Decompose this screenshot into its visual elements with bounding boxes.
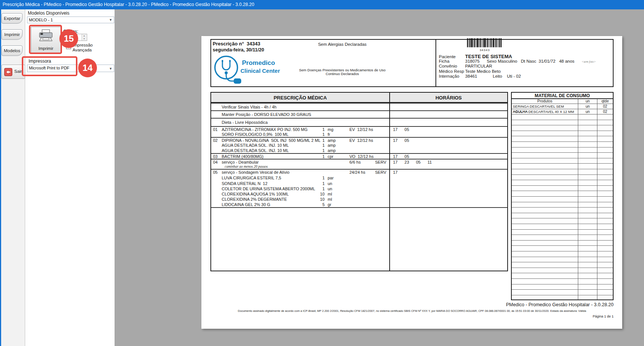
modelos-disponiveis-label: Modelos Disponíveis <box>28 11 70 16</box>
patient-field-value: PARTICULAR <box>465 64 492 68</box>
window-title: Prescrição Médica - PMedico - Promedico … <box>3 2 254 7</box>
prescription-row: 02 DIPIRONA - NOVALGINA SOL INJ 500 MG/M… <box>211 137 507 143</box>
prescription-row: LIDOCAINA GEL 2% 30 G 5 gr <box>211 202 507 207</box>
material-qtde: 02 <box>597 104 613 109</box>
rx-item-unit: par <box>328 176 334 180</box>
prescription-rows: Verificar Sinais Vitais - 4h / 4h Manter… <box>211 103 507 267</box>
prescription-row: 01 AZITROMICINA - ZITROMAX PO INJ. 500 M… <box>211 126 507 132</box>
material-rows: SERINGA DESCARTAVEL SEM AGULHA un 02 AGU… <box>512 104 613 114</box>
rx-item-text: Verificar Sinais Vitais - 4h / 4h <box>222 105 277 109</box>
header-divider <box>435 39 436 87</box>
patient-field-label: Ficha <box>439 59 465 63</box>
rx-item-text: SORO FISIOLOGICO 0,9% 100 ML <box>222 132 289 137</box>
title-bar: Prescrição Médica - PMedico - Promedico … <box>0 0 644 9</box>
material-col-un: un <box>578 99 597 104</box>
rx-item-route: 6/6 hs <box>349 160 361 164</box>
rx-item-text: AZITROMICINA - ZITROMAX PO INJ. 500 MG <box>222 127 308 132</box>
material-table-header: Produtos un qtde <box>512 99 613 104</box>
prescription-row: 04 serviço - Deambular 6/6 hs SERV 17 23… <box>211 159 507 164</box>
preexisting-conditions-note: Sem Doenças Preexistentes ou Medicamento… <box>295 68 389 76</box>
rx-item-number: 05 <box>213 170 218 175</box>
rx-item-unit: un <box>328 187 332 191</box>
rx-item-text: AGUA DESTILADA SOL. INJ. 10 ML <box>222 148 289 153</box>
rx-item-hours: 17 05 <box>393 127 409 132</box>
patient-field-value: Teste Medico Beto <box>465 69 501 74</box>
material-qtde: 02 <box>597 109 613 114</box>
rx-item-qty: 1 <box>316 148 325 153</box>
chevron-down-icon: ▼ <box>109 67 112 71</box>
prescription-row: 03 BACTRIM (400/80MG) 1 cpr VO 12/12 hs … <box>211 153 507 159</box>
patient-info: PacienteTESTE DE SISTEMA Ficha318075 Sex… <box>439 54 597 79</box>
rx-item-text: serviço - Deambular <box>222 160 259 164</box>
rx-item-unit: ml <box>328 192 332 196</box>
patient-field-label: Médico Resp <box>439 69 465 74</box>
copies-stepper[interactable]: ▲▼ <box>77 34 87 41</box>
prescription-date: segunda-feira, 30/11/20 <box>213 47 264 53</box>
prescription-row: SORO FISIOLOGICO 0,9% 100 ML 1 fr <box>211 132 507 137</box>
modelo-selected-value: MODELO - 1 <box>29 18 53 22</box>
patient-field-label: Paciente <box>439 54 465 59</box>
rx-item-text: CLOREXIDINA 2% DEGERMANTE <box>222 197 287 202</box>
sidebar-tab-imprimir[interactable]: Imprimir <box>2 29 23 40</box>
rx-item-unit: amp <box>328 138 336 143</box>
prescription-row: Manter Posição - DORSO ELEVADO 30 GRAUS <box>211 110 507 118</box>
rx-item-serv: SERV <box>364 160 386 164</box>
column-header-horarios: HORÁRIOS <box>390 93 507 103</box>
rx-item-text: LUVA CIRURGICA ESTERIL 7,5 <box>222 176 281 180</box>
prescription-table: PRESCRIÇÃO MÉDICA HORÁRIOS Verificar Sin… <box>210 92 508 271</box>
prescription-row: AGUA DESTILADA SOL. INJ. 10 ML 1 amp <box>211 143 507 148</box>
rx-item-text: CLOREXIDINA AQUOSA 1% 100ML <box>222 192 289 196</box>
patient-info-row: PacienteTESTE DE SISTEMA <box>439 54 597 59</box>
rx-item-qty: 1 <box>316 154 325 159</box>
rx-item-number: 04 <box>213 160 218 164</box>
sidebar-tab-exportar[interactable]: Exportar <box>2 13 23 24</box>
rx-item-unit: mg <box>328 127 333 132</box>
rx-item-qty: 1 <box>316 176 325 180</box>
rx-item-text: COLETOR DE URINA SISTEMA ABERTO 2000ML <box>222 187 315 191</box>
rx-item-unit: cpr <box>328 154 333 159</box>
stepper-arrows-icon[interactable]: ▲▼ <box>82 34 86 41</box>
prescription-row: 05 serviço - Sondagem Vesical de Alívio … <box>211 169 507 175</box>
rx-item-unit: amp <box>328 143 336 147</box>
logo-text-line1: Promedico <box>242 59 275 67</box>
rx-item-unit: un <box>328 181 332 186</box>
allergies-note: Sem Alergias Declaradas <box>288 42 397 47</box>
sidebar-tab-modelos[interactable]: Modelos <box>2 45 23 56</box>
footer-signature: Documento assinado digitalmente de acord… <box>210 309 614 313</box>
prescription-row: SONDA URETRAL N 12 1 un <box>211 181 507 186</box>
rx-item-qty: 1 <box>316 127 325 132</box>
rx-item-qty: 10 <box>316 197 325 202</box>
rx-item-qty: 5 <box>316 202 325 207</box>
prescription-number-value: 34343 <box>246 41 260 47</box>
prescription-row: Dieta - Livre Hipossódica <box>211 118 507 126</box>
prescription-row: CLOREXIDINA 2% DEGERMANTE 10 ml <box>211 197 507 202</box>
patient-field-value: 318075 Sexo Masculino Dt Nasc 31/01/72 4… <box>465 59 574 63</box>
prescription-table-column-divider <box>389 93 390 271</box>
rx-item-text: BACTRIM (400/80MG) <box>222 154 263 159</box>
annotation-badge-15: 15 <box>59 29 78 48</box>
material-consumo-table: MATERIAL DE CONSUMO Produtos un qtde SER… <box>511 92 614 300</box>
prescription-row: COLETOR DE URINA SISTEMA ABERTO 2000ML 1… <box>211 186 507 191</box>
rx-item-text: Dieta - Livre Hipossódica <box>222 120 268 125</box>
rx-item-unit: gr <box>328 202 331 207</box>
rx-item-text: SONDA URETRAL N 12 <box>222 181 268 186</box>
barcode: 34343 <box>467 38 502 52</box>
rx-item-text: AGUA DESTILADA SOL. INJ. 10 ML <box>222 143 289 147</box>
material-produto: AGULHA DESCARTAVEL 40 X 12 MM <box>512 109 578 114</box>
rx-item-unit: amp <box>328 148 336 153</box>
chevron-down-icon: ▼ <box>109 18 112 22</box>
exit-button-label: Sair <box>14 69 22 74</box>
prescription-row: LUVA CIRURGICA ESTERIL 7,5 1 par <box>211 175 507 181</box>
material-row: SERINGA DESCARTAVEL SEM AGULHA un 02 <box>512 104 613 109</box>
barcode-bars-icon <box>467 38 502 47</box>
rx-item-text: DIPIRONA - NOVALGINA SOL INJ 500 MG/ML 2… <box>222 138 320 143</box>
material-col-produtos: Produtos <box>512 99 578 104</box>
rx-item-unit: ml <box>328 197 332 202</box>
rx-item-number: 02 <box>213 138 218 143</box>
material-produto: SERINGA DESCARTAVEL SEM AGULHA <box>512 104 578 109</box>
modelo-select[interactable]: MODELO - 1 ▼ <box>27 17 114 23</box>
patient-info-row: ConvênioPARTICULAR <box>439 64 597 69</box>
material-divider-1 <box>578 99 578 299</box>
patient-info-row: Ficha318075 Sexo Masculino Dt Nasc 31/01… <box>439 59 597 64</box>
no-photo-placeholder: <sem foto> <box>582 60 596 63</box>
